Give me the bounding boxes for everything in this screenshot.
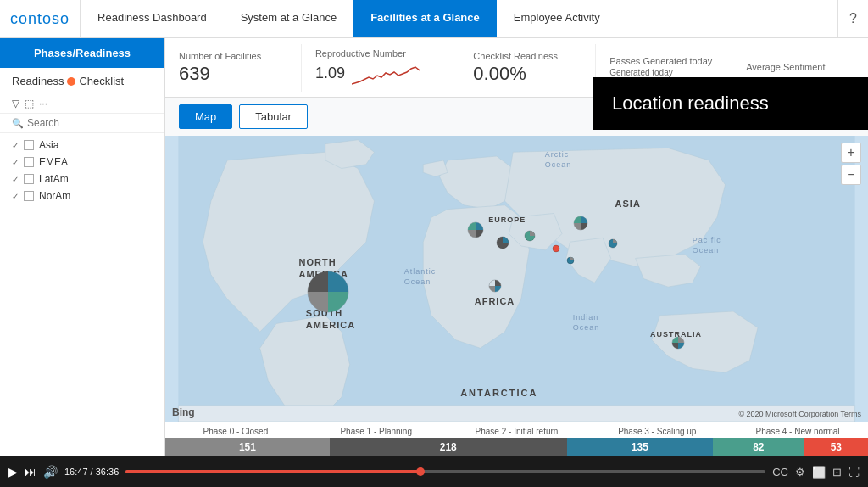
captions-icon[interactable]: CC xyxy=(772,466,788,479)
search-input[interactable] xyxy=(27,117,153,129)
nav-tabs: Readiness Dashboard System at a Glance F… xyxy=(81,0,837,37)
map-marker-asia-2 xyxy=(608,238,618,249)
stat-passes-sublabel: Generated today xyxy=(609,68,718,77)
sidebar-filter-controls: ▽ ⬚ ··· xyxy=(0,94,164,114)
chevron-icon: ✓ xyxy=(12,141,19,150)
stat-facilities-value: 639 xyxy=(179,63,287,85)
phase-bar-section: Phase 0 - Closed Phase 1 - Planning Phas… xyxy=(165,422,868,456)
region-checkbox[interactable] xyxy=(24,157,34,167)
region-item-noram[interactable]: ✓ NorAm xyxy=(0,188,164,204)
stat-sentiment-title: Average Sentiment xyxy=(746,62,854,72)
miniplayer-icon[interactable]: ⊡ xyxy=(832,466,842,479)
phase-bar-0: 151 xyxy=(165,438,330,456)
tab-system-at-a-glance[interactable]: System at a Glance xyxy=(224,0,353,37)
chevron-icon: ✓ xyxy=(12,158,19,167)
phase-label-0: Phase 0 - Closed xyxy=(165,427,306,436)
stat-passes-title: Passes Generated today xyxy=(609,56,718,66)
region-list: ✓ Asia ✓ EMEA ✓ LatAm ✓ NorAm xyxy=(0,133,164,208)
stat-facilities-title: Number of Facilities xyxy=(179,51,287,61)
filter-icon[interactable]: ▽ xyxy=(12,98,19,109)
region-item-latam[interactable]: ✓ LatAm xyxy=(0,171,164,188)
phase-label-2: Phase 2 - Initial return xyxy=(447,427,587,436)
volume-button[interactable]: 🔊 xyxy=(43,465,58,479)
stat-reproductive-title: Reproductive Number xyxy=(315,48,445,59)
video-progress-bar[interactable] xyxy=(125,470,765,473)
map-marker-europe-3 xyxy=(524,230,536,242)
map-view-button[interactable]: Map xyxy=(179,104,232,129)
stat-reproductive-value: 1.09 xyxy=(315,64,345,82)
world-map-svg xyxy=(165,136,868,422)
stat-sentiment: Average Sentiment xyxy=(732,55,868,81)
play-button[interactable]: ▶ xyxy=(8,465,18,479)
video-time: 16:47 / 36:36 xyxy=(64,467,119,477)
phase-bar-3: 82 xyxy=(713,438,804,456)
location-readiness-title: Location readiness xyxy=(612,92,769,114)
chevron-icon: ✓ xyxy=(12,175,19,184)
chevron-icon: ✓ xyxy=(12,192,19,201)
map-marker-europe-1 xyxy=(467,221,484,238)
app-logo: contoso xyxy=(10,10,70,28)
phase-label-1: Phase 1 - Planning xyxy=(306,427,447,436)
search-icon: 🔍 xyxy=(12,118,24,129)
video-controls-right: CC ⚙ ⬜ ⊡ ⛶ xyxy=(772,466,860,479)
tab-facilities-at-a-glance[interactable]: Facilities at a Glance xyxy=(353,0,497,37)
phase-labels: Phase 0 - Closed Phase 1 - Planning Phas… xyxy=(165,427,868,438)
region-item-asia[interactable]: ✓ Asia xyxy=(0,137,164,154)
zoom-out-button[interactable]: − xyxy=(841,165,861,185)
region-checkbox[interactable] xyxy=(24,191,34,201)
map-marker-india xyxy=(566,256,575,265)
export-icon[interactable]: ⬚ xyxy=(25,98,34,109)
tab-readiness-dashboard[interactable]: Readiness Dashboard xyxy=(81,0,224,37)
svg-point-9 xyxy=(553,245,559,252)
skip-button[interactable]: ⏭ xyxy=(25,465,36,479)
more-icon[interactable]: ··· xyxy=(39,98,47,109)
phase-bar-4: 53 xyxy=(804,438,868,456)
stat-reproductive: Reproductive Number 1.09 xyxy=(302,42,459,94)
phase-bar-2: 135 xyxy=(567,438,713,456)
phase-label-3: Phase 3 - Scaling up xyxy=(587,427,727,436)
sidebar: Phases/Readiness Readiness Checklist ▽ ⬚… xyxy=(0,38,165,456)
map-copyright: © 2020 Microsoft Corporation Terms xyxy=(738,410,861,418)
search-box: 🔍 xyxy=(0,114,164,133)
location-readiness-overlay: Location readiness xyxy=(593,77,868,130)
phase-label-4: Phase 4 - New normal xyxy=(727,427,868,436)
stat-facilities: Number of Facilities 639 xyxy=(165,44,302,92)
phase-bar-1: 218 xyxy=(330,438,567,456)
theater-mode-icon[interactable]: ⬜ xyxy=(812,466,826,479)
tabular-view-button[interactable]: Tabular xyxy=(239,104,308,129)
map-marker-australia xyxy=(671,336,685,350)
region-item-emea[interactable]: ✓ EMEA xyxy=(0,154,164,171)
logo-area: contoso xyxy=(0,0,81,37)
region-checkbox[interactable] xyxy=(24,174,34,184)
bing-logo: Bing xyxy=(172,406,195,418)
top-navigation: contoso Readiness Dashboard System at a … xyxy=(0,0,868,38)
map-marker-asia-1 xyxy=(573,216,588,231)
map-area[interactable]: NORTHAMERICA SOUTHAMERICA AFRICA EUROPE … xyxy=(165,136,868,422)
zoom-in-button[interactable]: + xyxy=(841,143,861,163)
map-marker-mid-east xyxy=(552,244,560,253)
map-marker-africa xyxy=(488,279,502,293)
reproductive-chart xyxy=(352,60,420,87)
fullscreen-icon[interactable]: ⛶ xyxy=(849,466,860,479)
stat-checklist-title: Checklist Readiness xyxy=(473,51,581,61)
settings-icon[interactable]: ⚙ xyxy=(795,466,805,479)
region-checkbox[interactable] xyxy=(24,140,34,150)
map-marker-europe-2 xyxy=(496,236,509,249)
stat-checklist: Checklist Readiness 0.00% xyxy=(459,44,596,92)
orange-dot-icon xyxy=(67,77,75,86)
video-controls: ▶ ⏭ 🔊 16:47 / 36:36 CC ⚙ ⬜ ⊡ ⛶ xyxy=(0,456,868,487)
sidebar-header: Phases/Readiness xyxy=(0,38,164,68)
help-button[interactable]: ? xyxy=(837,0,868,37)
phase-bars: 1512181358253 xyxy=(165,438,868,456)
zoom-controls: + − xyxy=(841,143,861,185)
map-marker-north-america xyxy=(306,270,350,314)
sidebar-checklist[interactable]: Readiness Checklist xyxy=(0,68,164,94)
stat-checklist-value: 0.00% xyxy=(473,63,581,85)
tab-employee-activity[interactable]: Employee Activity xyxy=(497,0,617,37)
